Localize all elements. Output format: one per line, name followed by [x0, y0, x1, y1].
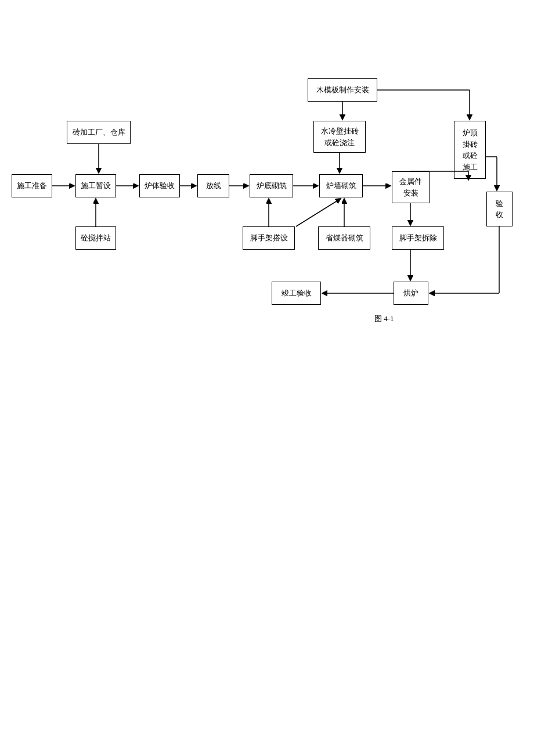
box-zha-jiaoban: 砼搅拌站	[75, 226, 116, 250]
diagram-caption: 图 4-1	[374, 314, 394, 324]
box-brick-factory: 砖加工厂、仓库	[67, 121, 131, 144]
flowchart-diagram: 施工准备 施工暂设 炉体验收 放线 炉底砌筑 炉墙砌筑 砖加工厂、仓库 砼搅拌站…	[0, 35, 534, 395]
box-shengmei: 省煤器砌筑	[318, 226, 370, 250]
box-luqiang-zhuzhu: 炉墙砌筑	[319, 174, 363, 197]
box-jiajia-da: 脚手架搭设	[243, 226, 295, 250]
box-shigong-zhunbei: 施工准备	[12, 174, 52, 197]
box-honglü: 烘炉	[394, 282, 428, 305]
box-jinshu: 金属件安装	[392, 171, 430, 203]
box-yanshou: 验收	[486, 192, 513, 226]
box-shuileng: 水冷壁挂砖或砼浇注	[313, 121, 366, 153]
box-luding-shigong: 炉顶掛砖或砼施工	[454, 121, 486, 179]
box-mumu-zhizuo: 木模板制作安装	[308, 78, 377, 102]
box-shigong-zhanshe: 施工暂设	[75, 174, 116, 197]
box-luti-yanshou: 炉体验收	[139, 174, 180, 197]
box-fangxian: 放线	[197, 174, 229, 197]
arrows-svg	[0, 35, 534, 395]
svg-line-14	[296, 199, 341, 226]
box-jiajia-chai: 脚手架拆除	[392, 226, 444, 250]
box-jungong-yanshou: 竣工验收	[272, 282, 321, 305]
box-ludi-zhuzhu: 炉底砌筑	[250, 174, 293, 197]
